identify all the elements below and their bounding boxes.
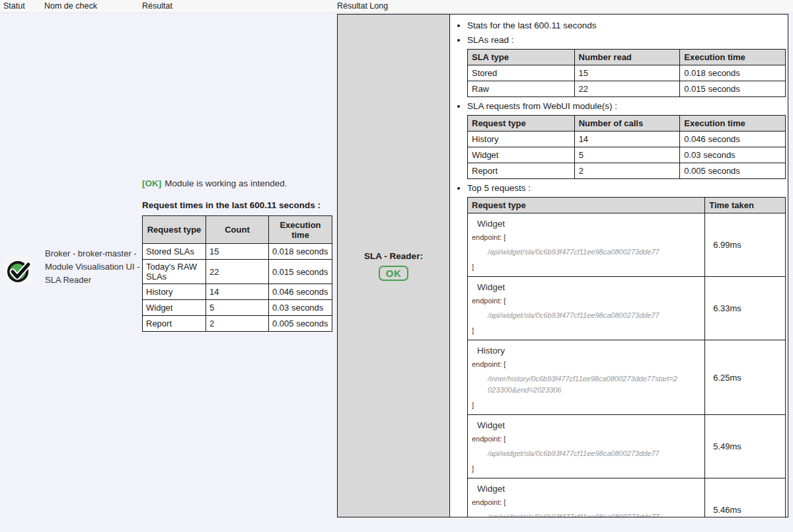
table-header-cell: Execution time <box>269 216 332 244</box>
table-cell: Stored <box>468 65 575 81</box>
table-row: Widget 5 0.03 seconds <box>468 147 786 163</box>
list-item: Stats for the last 600.11 seconds <box>467 19 786 32</box>
table-cell: 22 <box>206 260 269 284</box>
table-row: History endpoint: [ /inner/history/0c6b9… <box>468 340 786 415</box>
request-times-table: Request type Count Execution time Stored… <box>142 215 332 332</box>
table-row: Stored 15 0.018 seconds <box>468 65 786 81</box>
column-header-nom-de-check[interactable]: Nom de check <box>44 1 97 11</box>
time-taken-cell: 6.99ms <box>705 213 786 277</box>
table-cell: Raw <box>468 81 575 97</box>
table-header-row: Request type Count Execution time <box>143 216 332 244</box>
slas-read-label: SLAs read : <box>467 35 514 45</box>
endpoint-bracket-close: ] <box>472 262 704 272</box>
time-taken-cell: 5.49ms <box>705 415 786 478</box>
request-cell: History endpoint: [ /inner/history/0c6b9… <box>468 340 705 415</box>
table-row: Widget endpoint: [ /api/widget/sla/0c6b9… <box>468 478 786 517</box>
table-header-cell: Request type <box>468 198 705 213</box>
status-badge: [OK] <box>142 178 161 188</box>
table-row: Report 2 0.005 seconds <box>143 316 332 332</box>
table-row: History 14 0.046 seconds <box>143 284 332 300</box>
webui-requests-label: SLA requests from WebUI module(s) : <box>467 101 617 111</box>
request-type: History <box>477 345 704 356</box>
table-row: Report 2 0.005 seconds <box>468 163 786 179</box>
request-cell: Widget endpoint: [ /api/widget/sla/0c6b9… <box>468 277 705 340</box>
list-item: Top 5 requests : Request type Time taken <box>467 182 786 517</box>
table-header-row: SLA type Number read Execution time <box>468 50 786 65</box>
list-item: SLAs read : SLA type Number read Executi… <box>467 34 786 97</box>
table-row: Widget endpoint: [ /api/widget/sla/0c6b9… <box>468 277 786 340</box>
table-header-cell: Time taken <box>705 198 786 213</box>
column-header-resultat-long[interactable]: Résultat Long <box>337 1 388 11</box>
table-row: Today's RAW SLAs 22 0.015 seconds <box>143 260 332 284</box>
result-summary: [OK]Module is working as intended. <box>142 178 335 188</box>
endpoint-path: /api/widget/sla/0c6b93f477cf11ee98ca0800… <box>488 448 681 459</box>
table-cell: Today's RAW SLAs <box>143 260 206 284</box>
sla-reader-title: SLA - Reader: <box>364 251 423 261</box>
table-row: Raw 22 0.015 seconds <box>468 81 786 97</box>
sla-reader-panel: SLA - Reader: OK <box>338 15 450 517</box>
endpoint-path: /api/widget/sla/0c6b93f477cf11ee98ca0800… <box>488 310 681 321</box>
list-header: Statut Nom de check Résultat Résultat Lo… <box>0 0 793 13</box>
request-cell: Widget endpoint: [ /api/widget/sla/0c6b9… <box>468 478 705 517</box>
table-cell: History <box>143 284 206 300</box>
table-cell: 0.046 seconds <box>269 284 332 300</box>
request-type: Widget <box>477 218 704 229</box>
request-type: Widget <box>477 483 704 494</box>
table-cell: Stored SLAs <box>143 244 206 260</box>
top5-label: Top 5 requests : <box>467 183 531 193</box>
table-cell: Report <box>468 163 575 179</box>
monitoring-check-page: Statut Nom de check Résultat Résultat Lo… <box>0 0 793 532</box>
table-row: Stored SLAs 15 0.018 seconds <box>143 244 332 260</box>
ok-check-icon <box>4 276 33 287</box>
stats-line: Stats for the last 600.11 seconds <box>467 20 597 30</box>
time-taken-cell: 6.25ms <box>705 340 786 415</box>
table-cell: 0.015 seconds <box>680 81 786 97</box>
endpoint-label: endpoint: [ <box>472 296 704 305</box>
table-cell: 2 <box>574 163 680 179</box>
check-name: Broker - broker-master - Module Visualis… <box>45 247 141 287</box>
table-row: Widget endpoint: [ /api/widget/sla/0c6b9… <box>468 415 786 478</box>
endpoint-label: endpoint: [ <box>472 360 704 369</box>
table-cell: 0.005 seconds <box>269 316 332 332</box>
table-cell: Widget <box>143 300 206 316</box>
slas-read-table: SLA type Number read Execution time Stor… <box>467 49 786 97</box>
endpoint-label: endpoint: [ <box>472 498 704 507</box>
table-header-cell: Execution time <box>680 116 786 132</box>
list-item: SLA requests from WebUI module(s) : Requ… <box>467 100 786 179</box>
table-cell: 0.018 seconds <box>269 244 332 260</box>
endpoint-path: /api/widget/sla/0c6b93f477cf11ee98ca0800… <box>488 512 681 517</box>
table-cell: 15 <box>206 244 269 260</box>
table-header-cell: Execution time <box>680 50 786 65</box>
result-long-list: Stats for the last 600.11 seconds SLAs r… <box>450 19 786 517</box>
time-taken-cell: 6.33ms <box>705 277 786 340</box>
result-summary-text: Module is working as intended. <box>165 178 287 188</box>
endpoint-label: endpoint: [ <box>472 434 704 443</box>
table-row: Widget endpoint: [ /api/widget/sla/0c6b9… <box>468 213 786 277</box>
table-cell: 14 <box>206 284 269 300</box>
table-row: History 14 0.046 seconds <box>468 132 786 147</box>
request-type: Widget <box>477 420 704 431</box>
endpoint-path: /inner/history/0c6b93f477cf11ee98ca08002… <box>488 373 681 396</box>
top5-requests-table: Request type Time taken Widget endpoint:… <box>467 197 786 517</box>
table-cell: History <box>468 132 575 147</box>
table-cell: 0.03 seconds <box>680 147 786 163</box>
endpoint-bracket-close: ] <box>472 326 704 335</box>
request-type: Widget <box>477 282 704 293</box>
status-cell <box>4 256 33 285</box>
table-header-row: Request type Time taken <box>468 198 786 213</box>
column-header-resultat[interactable]: Résultat <box>142 1 172 11</box>
column-header-statut[interactable]: Statut <box>3 1 25 11</box>
request-cell: Widget endpoint: [ /api/widget/sla/0c6b9… <box>468 213 705 277</box>
table-cell: 0.018 seconds <box>680 65 786 81</box>
endpoint-bracket-close: ] <box>472 464 704 473</box>
table-cell: 5 <box>574 147 680 163</box>
table-cell: 0.005 seconds <box>680 163 786 179</box>
table-cell: 0.015 seconds <box>269 260 332 284</box>
ok-status-badge: OK <box>379 266 409 281</box>
result-column: [OK]Module is working as intended. Reque… <box>142 178 335 332</box>
table-cell: Report <box>143 316 206 332</box>
table-cell: 15 <box>574 65 680 81</box>
table-header-cell: SLA type <box>468 50 575 65</box>
result-long-column: SLA - Reader: OK Stats for the last 600.… <box>337 14 788 517</box>
table-row: Widget 5 0.03 seconds <box>143 300 332 316</box>
